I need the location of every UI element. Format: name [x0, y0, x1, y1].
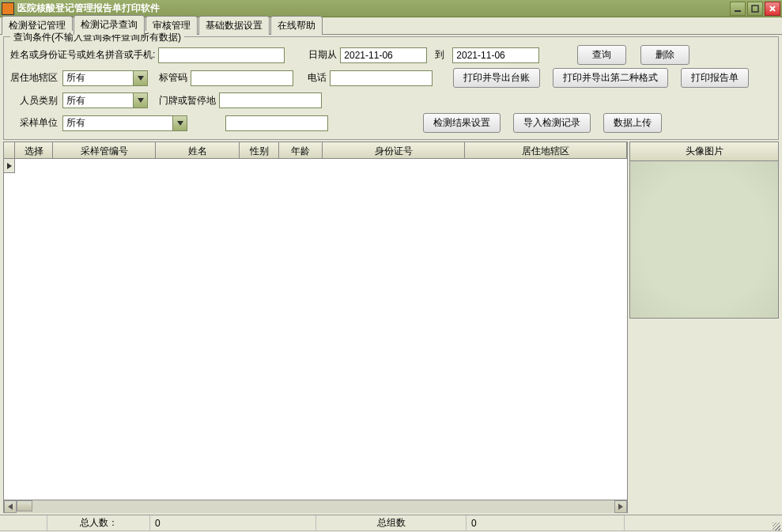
status-total-people-value: 0	[150, 515, 316, 531]
extra-input[interactable]	[225, 115, 328, 131]
window-title: 医院核酸登记管理报告单打印软件	[17, 2, 160, 15]
th-id-number[interactable]: 身份证号	[323, 142, 465, 158]
result-setting-button[interactable]: 检测结果设置	[423, 113, 501, 133]
svg-rect-1	[752, 6, 758, 12]
name-input[interactable]	[158, 47, 285, 63]
sampling-unit-dropdown-icon[interactable]	[173, 115, 187, 131]
print-format2-button[interactable]: 打印并导出第二种格式	[553, 68, 668, 88]
table-header: 选择 采样管编号 姓名 性别 年龄 身份证号 居住地辖区	[4, 142, 627, 159]
district-combo[interactable]	[62, 70, 148, 86]
scroll-left-icon[interactable]	[4, 500, 17, 513]
person-type-input[interactable]	[62, 92, 134, 108]
date-from-input[interactable]	[340, 47, 427, 63]
close-button[interactable]	[765, 2, 780, 16]
tabbar: 检测登记管理 检测记录查询 审核管理 基础数据设置 在线帮助	[0, 17, 782, 35]
photo-panel-header: 头像图片	[629, 141, 779, 160]
data-table: 选择 采样管编号 姓名 性别 年龄 身份证号 居住地辖区	[3, 141, 628, 513]
th-indicator	[4, 142, 15, 158]
name-label: 姓名或身份证号或姓名拼音或手机:	[10, 48, 155, 62]
th-age[interactable]: 年龄	[279, 142, 323, 158]
app-icon	[2, 2, 14, 15]
barcode-label: 标管码	[159, 71, 187, 85]
statusbar: 总人数： 0 总组数 0	[0, 515, 782, 531]
person-type-dropdown-icon[interactable]	[134, 92, 148, 108]
upload-data-button[interactable]: 数据上传	[603, 113, 662, 133]
th-tube-no[interactable]: 采样管编号	[53, 142, 156, 158]
sampling-unit-label: 采样单位	[10, 116, 59, 130]
tab-help[interactable]: 在线帮助	[270, 16, 323, 35]
phone-input[interactable]	[330, 70, 433, 86]
date-to-label: 到	[435, 48, 444, 62]
minimize-button[interactable]	[730, 2, 746, 16]
district-label: 居住地辖区	[10, 71, 59, 85]
th-district[interactable]: 居住地辖区	[465, 142, 627, 158]
th-select[interactable]: 选择	[15, 142, 53, 158]
tab-records-query[interactable]: 检测记录查询	[74, 15, 145, 35]
district-input[interactable]	[62, 70, 134, 86]
print-ledger-button[interactable]: 打印并导出台账	[453, 68, 540, 88]
photo-box	[629, 160, 779, 319]
svg-rect-0	[735, 10, 741, 12]
status-total-groups-label: 总组数	[316, 515, 467, 531]
filter-groupbox: 查询条件(不输入查询条件查询所有数据) 姓名或身份证号或姓名拼音或手机: 日期从…	[3, 36, 779, 140]
scroll-track[interactable]	[17, 500, 614, 513]
scroll-thumb[interactable]	[17, 500, 32, 511]
district-dropdown-icon[interactable]	[134, 70, 148, 86]
th-gender[interactable]: 性别	[240, 142, 279, 158]
sampling-unit-combo[interactable]	[62, 115, 187, 131]
date-to-input[interactable]	[452, 47, 539, 63]
phone-label: 电话	[308, 71, 327, 85]
address-label: 门牌或暂停地	[159, 94, 216, 108]
horizontal-scrollbar[interactable]	[4, 500, 627, 512]
photo-panel: 头像图片	[629, 141, 779, 513]
scroll-right-icon[interactable]	[614, 500, 627, 513]
th-name[interactable]: 姓名	[156, 142, 240, 158]
barcode-input[interactable]	[191, 70, 293, 86]
address-input[interactable]	[219, 92, 322, 108]
row-indicator-icon	[4, 159, 15, 173]
sampling-unit-input[interactable]	[62, 115, 173, 131]
delete-button[interactable]: 删除	[640, 45, 689, 65]
table-body[interactable]	[4, 159, 627, 500]
date-from-label: 日期从	[308, 48, 337, 62]
person-type-label: 人员类别	[10, 94, 59, 108]
resize-grip[interactable]	[769, 519, 782, 532]
query-button[interactable]: 查询	[577, 45, 626, 65]
maximize-button[interactable]	[747, 2, 763, 16]
status-total-people-label: 总人数：	[47, 515, 150, 531]
print-report-button[interactable]: 打印报告单	[681, 68, 749, 88]
person-type-combo[interactable]	[62, 92, 148, 108]
tab-base-data[interactable]: 基础数据设置	[198, 16, 270, 35]
status-total-groups-value: 0	[467, 515, 625, 531]
status-blank2	[625, 515, 782, 531]
import-record-button[interactable]: 导入检测记录	[513, 113, 591, 133]
status-blank1	[0, 515, 47, 531]
